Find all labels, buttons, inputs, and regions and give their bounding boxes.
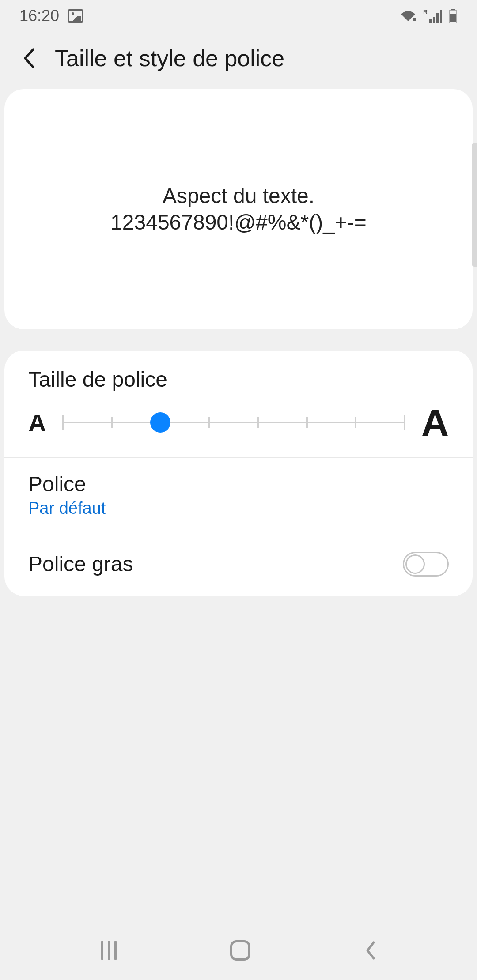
slider-tick: [257, 417, 259, 428]
preview-text: Aspect du texte. 1234567890!@#%&*()_+-=: [110, 183, 367, 236]
svg-rect-3: [433, 17, 435, 23]
bold-font-section: Police gras: [4, 534, 473, 596]
slider-track-line: [63, 422, 404, 423]
page-title: Taille et style de police: [55, 45, 284, 72]
slider-tick: [404, 415, 405, 430]
small-a-marker: A: [28, 408, 46, 437]
slider-tick: [62, 415, 64, 430]
status-left: 16:20: [19, 7, 83, 25]
svg-rect-2: [429, 19, 432, 23]
svg-text:R: R: [423, 9, 428, 15]
preview-line-1: Aspect du texte.: [110, 183, 367, 209]
font-size-label: Taille de police: [28, 367, 449, 392]
status-time: 16:20: [19, 7, 59, 25]
large-a-marker: A: [421, 407, 449, 438]
nav-recents-button[interactable]: [101, 941, 117, 960]
battery-icon: [449, 9, 458, 23]
picture-icon: [68, 9, 83, 23]
nav-back-button[interactable]: [364, 940, 376, 961]
font-size-slider-row: A A: [28, 407, 449, 438]
slider-tick: [208, 417, 210, 428]
font-preview-card: Aspect du texte. 1234567890!@#%&*()_+-=: [4, 89, 473, 329]
svg-rect-5: [440, 10, 442, 23]
back-button[interactable]: [22, 47, 35, 69]
status-bar: 16:20 R: [0, 0, 477, 32]
scroll-indicator[interactable]: [472, 143, 477, 267]
svg-rect-4: [436, 13, 439, 23]
signal-icon: R: [423, 9, 443, 23]
header: Taille et style de police: [0, 32, 477, 89]
slider-tick: [306, 417, 308, 428]
bold-font-toggle[interactable]: [403, 552, 449, 577]
preview-line-2: 1234567890!@#%&*()_+-=: [110, 209, 367, 236]
slider-thumb[interactable]: [150, 412, 170, 433]
settings-card: Taille de police A A Police Par défaut P…: [4, 351, 473, 596]
font-style-label: Police: [28, 472, 449, 496]
font-style-section[interactable]: Police Par défaut: [4, 458, 473, 534]
bold-font-label: Police gras: [28, 552, 133, 576]
font-size-section: Taille de police A A: [4, 351, 473, 458]
nav-home-button[interactable]: [230, 940, 250, 961]
navigation-bar: [0, 921, 477, 980]
status-right: R: [399, 9, 458, 23]
chevron-left-icon: [23, 48, 35, 69]
svg-rect-8: [450, 14, 456, 22]
font-style-value: Par défaut: [28, 499, 449, 518]
slider-tick: [111, 417, 113, 428]
toggle-knob: [405, 554, 425, 574]
slider-tick: [355, 417, 356, 428]
svg-point-0: [413, 18, 416, 21]
wifi-icon: [399, 9, 417, 23]
font-size-slider[interactable]: [63, 414, 404, 431]
